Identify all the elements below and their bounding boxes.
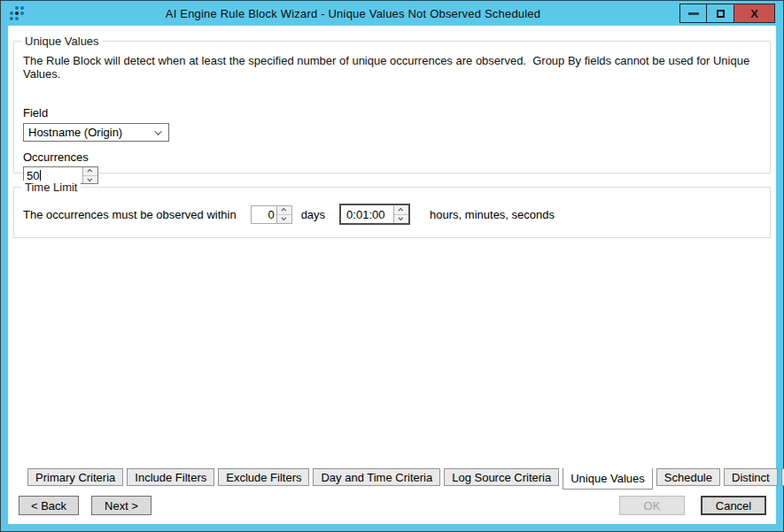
time-spin-up-button[interactable] xyxy=(394,205,408,215)
tab-exclude-filters[interactable]: Exclude Filters xyxy=(218,468,309,486)
time-units-label: hours, minutes, seconds xyxy=(430,208,555,221)
days-spin-up-button[interactable] xyxy=(277,206,291,215)
spin-down-icon xyxy=(281,215,286,220)
back-button[interactable]: < Back xyxy=(19,496,79,515)
unique-values-legend: Unique Values xyxy=(21,35,103,48)
days-value: 0 xyxy=(252,206,276,223)
window-title: AI Engine Rule Block Wizard - Unique Val… xyxy=(27,7,679,20)
occurrences-spin-down-button[interactable] xyxy=(83,176,97,184)
spin-up-icon xyxy=(399,208,404,213)
spin-up-icon xyxy=(281,208,286,213)
wizard-window: AI Engine Rule Block Wizard - Unique Val… xyxy=(0,0,784,532)
close-icon: X xyxy=(750,8,758,19)
time-value: 0:01:00 xyxy=(341,205,393,223)
time-limit-legend: Time Limit xyxy=(21,181,81,194)
field-label: Field xyxy=(23,106,761,120)
app-logo-icon xyxy=(7,4,27,22)
tab-distinct[interactable]: Distinct xyxy=(724,468,778,486)
text-caret xyxy=(40,170,41,181)
close-button[interactable]: X xyxy=(734,4,775,23)
content-spacer xyxy=(8,238,776,468)
maximize-button[interactable] xyxy=(707,4,734,23)
days-label: days xyxy=(301,208,325,221)
ok-button[interactable]: OK xyxy=(619,496,685,515)
time-input[interactable]: 0:01:00 xyxy=(339,204,410,225)
button-row: < Back Next > OK Cancel xyxy=(8,490,776,524)
next-button[interactable]: Next > xyxy=(91,496,151,515)
field-dropdown-value: Hostname (Origin) xyxy=(28,126,157,139)
field-dropdown[interactable]: Hostname (Origin) xyxy=(23,123,169,142)
tab-primary-criteria[interactable]: Primary Criteria xyxy=(27,468,123,486)
tab-log-source-criteria[interactable]: Log Source Criteria xyxy=(444,468,559,486)
time-spin-down-button[interactable] xyxy=(394,215,408,224)
days-input[interactable]: 0 xyxy=(251,205,292,224)
tab-strip: Primary CriteriaInclude FiltersExclude F… xyxy=(27,468,776,490)
unique-values-description: The Rule Block will detect when at least… xyxy=(23,54,761,81)
maximize-icon xyxy=(717,10,725,18)
occurrences-spin-up-button[interactable] xyxy=(83,167,97,176)
time-limit-prefix: The occurrences must be observed within xyxy=(23,208,237,221)
time-limit-groupbox: Time Limit The occurrences must be obser… xyxy=(13,187,771,238)
spin-down-icon xyxy=(87,176,92,181)
tab-day-and-time-criteria[interactable]: Day and Time Criteria xyxy=(313,468,440,486)
spin-down-icon xyxy=(399,216,404,221)
title-bar[interactable]: AI Engine Rule Block Wizard - Unique Val… xyxy=(1,1,783,26)
unique-values-groupbox: Unique Values The Rule Block will detect… xyxy=(13,41,771,173)
days-spin-down-button[interactable] xyxy=(277,215,291,223)
tab-include-filters[interactable]: Include Filters xyxy=(127,468,214,486)
minimize-button[interactable] xyxy=(679,4,707,23)
occurrences-label: Occurrences xyxy=(23,150,761,164)
spin-up-icon xyxy=(87,169,92,174)
cancel-button[interactable]: Cancel xyxy=(701,496,766,515)
tab-unique-values[interactable]: Unique Values xyxy=(563,468,653,490)
tab-schedule[interactable]: Schedule xyxy=(656,468,720,486)
dialog-content: Unique Values The Rule Block will detect… xyxy=(8,26,776,524)
tab-information[interactable]: Information xyxy=(781,468,784,486)
minimize-icon xyxy=(688,12,699,15)
